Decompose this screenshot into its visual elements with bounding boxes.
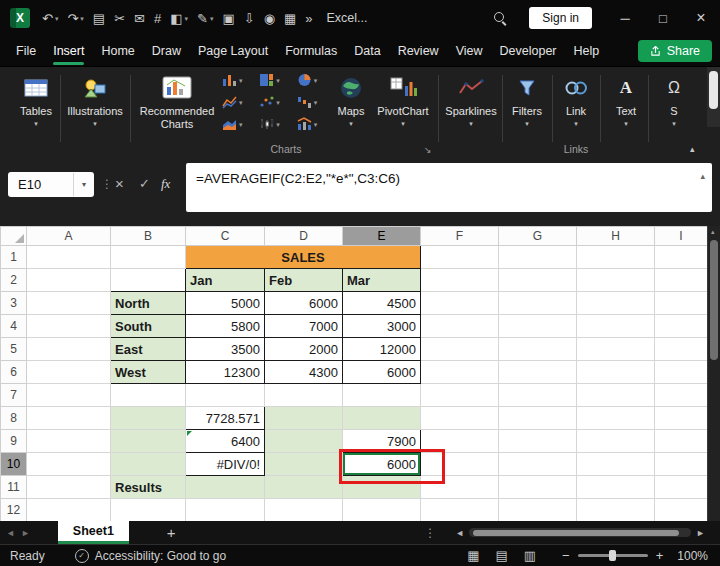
cell-I11[interactable] [655,476,708,499]
cell-B4[interactable]: South [111,315,186,338]
cell-D7[interactable] [265,384,343,407]
cell-D9[interactable] [265,430,343,453]
cell-B9[interactable] [111,430,186,453]
cell-I6[interactable] [655,361,708,384]
cell-I10[interactable] [655,453,708,476]
line-chart-button[interactable]: ▾ [222,95,253,109]
cell-I9[interactable] [655,430,708,453]
filters-button[interactable]: Filters ▾ [505,75,549,128]
menu-tab-review[interactable]: Review [398,40,439,62]
formula-input[interactable]: =AVERAGEIF(C2:E2,"*e*",C3:C6) ▴ [186,163,712,212]
clipboard-icon[interactable]: ▤ [93,12,105,25]
cell-E10[interactable]: 6000 [343,453,421,476]
cell-F11[interactable] [421,476,499,499]
cell-A7[interactable] [27,384,111,407]
sparklines-button[interactable]: Sparklines ▾ [442,75,500,128]
cell-I12[interactable] [655,499,708,522]
add-sheet-button[interactable]: + [167,524,176,541]
cell-B1[interactable] [111,246,186,269]
cell-G5[interactable] [499,338,577,361]
number-format-icon[interactable]: # [154,12,161,25]
zoom-level[interactable]: 100% [677,549,708,563]
cell-C8[interactable]: 7728.571 [186,407,265,430]
cell-C5[interactable]: 3500 [186,338,265,361]
cell-B5[interactable]: East [111,338,186,361]
cell-E4[interactable]: 3000 [343,315,421,338]
cell-G10[interactable] [499,453,577,476]
horizontal-scrollbar-thumb[interactable] [473,530,679,536]
text-button[interactable]: A Text ▾ [604,75,648,128]
cell-E5[interactable]: 12000 [343,338,421,361]
row-header-11[interactable]: 11 [1,476,27,499]
sheet-nav-left-icon[interactable]: ◄ [6,528,15,538]
vertical-scrollbar[interactable]: ▴ [707,226,720,521]
column-header-D[interactable]: D [265,227,343,246]
column-header-G[interactable]: G [499,227,577,246]
cell-C1[interactable]: SALES [186,246,421,269]
menu-tab-formulas[interactable]: Formulas [285,40,337,62]
share-button[interactable]: Share [638,40,712,62]
column-chart-button[interactable]: ▾ [222,73,253,87]
row-header-12[interactable]: 12 [1,499,27,522]
name-box[interactable]: E10 ▾ [8,172,94,197]
cell-G2[interactable] [499,269,577,292]
cell-G7[interactable] [499,384,577,407]
cell-H12[interactable] [577,499,655,522]
cell-A5[interactable] [27,338,111,361]
cell-E3[interactable]: 4500 [343,292,421,315]
cell-A1[interactable] [27,246,111,269]
stock-chart-button[interactable]: ▾ [259,117,290,131]
pen-icon[interactable]: ✎▾ [197,12,213,25]
cell-H2[interactable] [577,269,655,292]
cell-F5[interactable] [421,338,499,361]
combo-chart-button[interactable]: ▾ [297,117,328,131]
row-header-5[interactable]: 5 [1,338,27,361]
cancel-icon[interactable]: × [115,175,124,192]
cell-B7[interactable] [111,384,186,407]
menu-tab-view[interactable]: View [456,40,483,62]
formula-bar-dots-icon[interactable]: ⋮ [101,177,113,191]
row-header-1[interactable]: 1 [1,246,27,269]
zoom-slider[interactable] [578,554,648,557]
cell-C12[interactable] [186,499,265,522]
cell-I7[interactable] [655,384,708,407]
cell-F6[interactable] [421,361,499,384]
zoom-out-button[interactable]: − [562,548,570,563]
cell-A4[interactable] [27,315,111,338]
cell-C10[interactable]: #DIV/0! [186,453,265,476]
cut-icon[interactable]: ✂ [114,12,125,25]
cell-G8[interactable] [499,407,577,430]
cell-B3[interactable]: North [111,292,186,315]
cell-I1[interactable] [655,246,708,269]
cell-I3[interactable] [655,292,708,315]
cell-E12[interactable] [343,499,421,522]
row-header-7[interactable]: 7 [1,384,27,407]
cell-A10[interactable] [27,453,111,476]
cell-G9[interactable] [499,430,577,453]
cell-E7[interactable] [343,384,421,407]
row-header-4[interactable]: 4 [1,315,27,338]
cell-I4[interactable] [655,315,708,338]
menu-tab-home[interactable]: Home [101,40,134,62]
copy-icon[interactable]: ▣ [222,12,234,25]
cell-C7[interactable] [186,384,265,407]
cell-H10[interactable] [577,453,655,476]
cell-B10[interactable] [111,453,186,476]
cell-I2[interactable] [655,269,708,292]
cell-D8[interactable] [265,407,343,430]
search-icon[interactable] [494,12,507,25]
symbols-button[interactable]: Ω S ▾ [652,75,696,128]
area-chart-button[interactable]: ▾ [222,117,253,131]
cell-I5[interactable] [655,338,708,361]
cell-C3[interactable]: 5000 [186,292,265,315]
row-header-2[interactable]: 2 [1,269,27,292]
hscroll-right-icon[interactable]: ► [696,528,705,538]
illustrations-button[interactable]: Illustrations ▾ [64,75,126,128]
undo-icon[interactable]: ↶▾ [42,12,58,25]
cell-H9[interactable] [577,430,655,453]
mail-icon[interactable]: ✉ [134,12,145,25]
cell-E6[interactable]: 6000 [343,361,421,384]
row-header-3[interactable]: 3 [1,292,27,315]
cell-B8[interactable] [111,407,186,430]
cell-A3[interactable] [27,292,111,315]
